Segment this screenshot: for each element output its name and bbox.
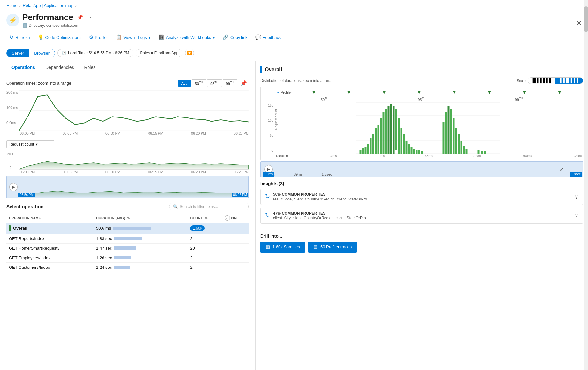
tab-operations[interactable]: Operations (6, 61, 40, 74)
tab-roles[interactable]: Roles (79, 61, 101, 74)
svg-rect-41 (450, 109, 452, 154)
table-row[interactable]: Overall 50.6 ms 1.60k (6, 223, 249, 234)
p95-button[interactable]: 95TH (207, 79, 222, 87)
refresh-button[interactable]: ↻ Refresh (6, 33, 33, 42)
table-row[interactable]: GET Home/SmartRequest3 1.47 sec 20 (6, 243, 249, 253)
table-row[interactable]: GET Employees/Index 1.26 sec 2 (6, 253, 249, 262)
table-row[interactable]: GET Customers/Index 1.24 sec 2 (6, 262, 249, 272)
search-box[interactable]: 🔍 Search to filter items... (169, 203, 249, 210)
samples-icon: ▦ (265, 244, 270, 250)
request-count-dropdown[interactable]: Request count ▾ (6, 140, 54, 148)
profiler-icon: ⚙ (89, 34, 93, 40)
svg-rect-20 (378, 125, 379, 154)
p99-button[interactable]: 99TH (223, 79, 237, 87)
svg-marker-4 (18, 191, 248, 197)
svg-rect-31 (406, 141, 408, 154)
samples-button[interactable]: ▦ 1.60k Samples (260, 242, 305, 253)
server-browser-toggle: Server Browser (6, 49, 55, 57)
percentile-buttons: Avg 50TH 95TH 99TH (178, 79, 237, 87)
log-scale-btn[interactable]: ▐▐▐▌▌▌▌ (555, 78, 583, 84)
op-pin-cell (222, 253, 249, 262)
svg-rect-51 (361, 162, 484, 177)
insight-icon-2: ↻ (265, 212, 270, 219)
copy-link-icon: 🔗 (223, 34, 229, 40)
y-axis-label: Request count (274, 109, 278, 130)
workbooks-icon: 📓 (158, 34, 164, 40)
page-title: Performance 📌 ··· (22, 12, 94, 22)
avg-button[interactable]: Avg (178, 80, 191, 87)
svg-rect-32 (408, 144, 410, 154)
time-filter-chip[interactable]: 🕐 Local Time: 5/16 5:56 PM - 6:26 PM (57, 49, 133, 57)
svg-rect-14 (362, 148, 364, 154)
insight-card-1[interactable]: ↻ 50% COMMON PROPERTIES: resultCode, cli… (260, 189, 583, 205)
op-count-cell: 20 (187, 243, 222, 253)
collapse-icon[interactable]: ⤢ (560, 166, 564, 172)
dist-chart-container: ↔ Profiler ▼ ▼ ▼ ▼ ▼ ▼ ▼ ▼ (260, 87, 583, 160)
scale-controls: Scale ▐▌▌▌▌▌▌ ▐▐▐▌▌▌▌ (517, 77, 583, 84)
tab-dependencies[interactable]: Dependencies (40, 61, 79, 74)
close-button[interactable]: ✕ (576, 19, 582, 27)
roles-filter-chip[interactable]: Roles = Fabrikam-App (136, 49, 182, 57)
more-options-button[interactable]: ··· (87, 13, 94, 22)
table-row[interactable]: GET Reports/Index 1.88 sec 2 (6, 234, 249, 243)
add-filter-button[interactable]: 🔽 (185, 49, 194, 57)
svg-rect-39 (445, 112, 447, 154)
linear-scale-btn[interactable]: ▐▌▌▌▌▌▌ (528, 78, 555, 84)
hist-y-labels: 150 100 50 0 (262, 102, 275, 154)
filter-bar: Server Browser 🕐 Local Time: 5/16 5:56 P… (0, 45, 588, 61)
copy-link-button[interactable]: 🔗 Copy link (219, 33, 250, 42)
insight-card-2[interactable]: ↻ 47% COMMON PROPERTIES: client_City, cl… (260, 208, 583, 224)
svg-rect-23 (385, 109, 387, 154)
svg-marker-3 (19, 161, 249, 169)
dist-title: Distribution of durations: zoom into a r… (260, 79, 332, 83)
duration-bar (113, 227, 151, 230)
svg-rect-40 (448, 106, 450, 154)
operations-title: Select operation (6, 204, 44, 209)
svg-rect-44 (458, 134, 460, 154)
nav-end-marker: 06:26 PM (232, 193, 248, 197)
p50-button[interactable]: 50TH (192, 79, 206, 87)
server-toggle[interactable]: Server (7, 49, 29, 57)
code-optimizations-button[interactable]: 💡 Code Optimizations (34, 33, 85, 42)
feedback-button[interactable]: 💬 Feedback (252, 33, 284, 42)
refresh-icon: ↻ (10, 34, 14, 40)
duration-sort-icon[interactable]: ⇅ (127, 216, 130, 220)
time-navigator[interactable]: ▶ 06:00 PM 06:05 PM (6, 176, 249, 198)
svg-rect-24 (388, 106, 390, 154)
mini-chart-svg (19, 152, 249, 169)
duration-bar (114, 256, 131, 259)
breadcrumb-home[interactable]: Home (6, 3, 18, 8)
op-pin-cell (222, 262, 249, 272)
col-operation-name: OPERATION NAME (6, 214, 94, 223)
overall-title: Overall (260, 66, 583, 73)
op-name-cell: Overall (6, 223, 94, 234)
profiler-zoom-icon[interactable]: ↔ (276, 90, 279, 94)
op-count-cell: 2 (187, 234, 222, 243)
dist-nav-bar[interactable]: ▶ ⤢ 7.2ms 89ms 1.3sec (260, 161, 583, 177)
chart-title: Operation times: zoom into a range (6, 81, 71, 86)
histogram-svg (275, 102, 582, 154)
pin-title-button[interactable]: 📌 (76, 13, 85, 22)
svg-rect-35 (416, 150, 418, 154)
app-icon: ⚡ (6, 14, 19, 26)
breadcrumb-app[interactable]: RetailApp | Application map (23, 3, 73, 8)
duration-bar (114, 237, 142, 240)
drill-title: Drill into... (260, 233, 583, 238)
chart-pin-button[interactable]: 📌 (239, 79, 249, 87)
insight-left-1: ↻ 50% COMMON PROPERTIES: resultCode, cli… (265, 192, 370, 201)
op-duration-cell: 50.6 ms (94, 223, 187, 234)
expand-icon-2[interactable]: ∨ (575, 213, 578, 219)
play-button[interactable]: ▶ (9, 183, 18, 191)
count-sort-icon[interactable]: ⇅ (205, 216, 207, 220)
add-filter-icon: 🔽 (187, 51, 192, 55)
svg-rect-45 (461, 141, 462, 154)
nav-time-labels: 06:00 PM 06:05 PM 06:10 PM 06:15 PM 06:2… (18, 198, 248, 198)
nav-chart-svg (18, 176, 248, 198)
profiler-button[interactable]: ⚙ Profiler (86, 33, 111, 42)
profiler-traces-button[interactable]: ▤ 50 Profiler traces (308, 242, 357, 253)
analyze-workbooks-button[interactable]: 📓 Analyze with Workbooks ▾ (155, 33, 218, 42)
line-chart-container: 200 ms 100 ms 0.0ms (19, 90, 249, 131)
expand-icon-1[interactable]: ∨ (575, 194, 578, 200)
browser-toggle[interactable]: Browser (29, 49, 55, 57)
view-in-logs-button[interactable]: 📋 View in Logs ▾ (112, 33, 154, 42)
